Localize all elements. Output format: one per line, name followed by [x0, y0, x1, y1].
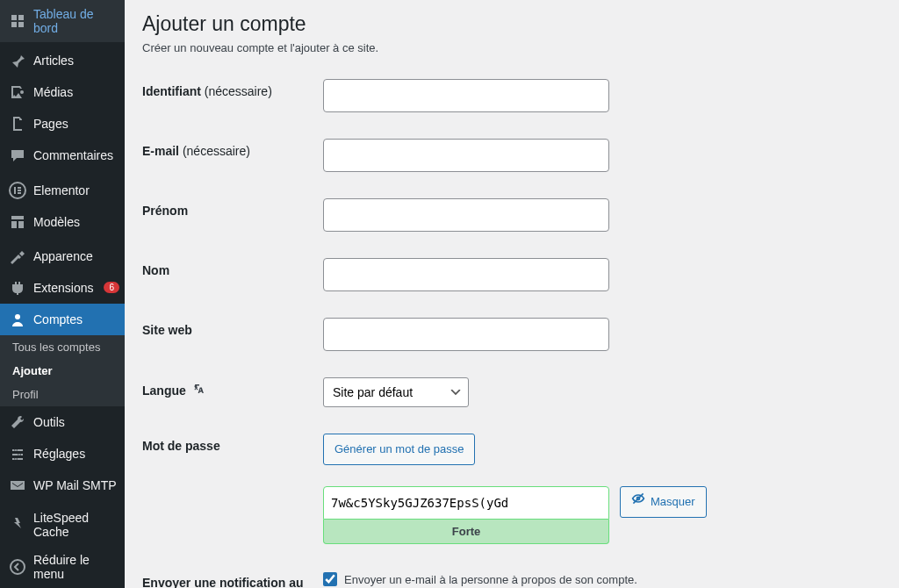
sidebar-label: Pages — [33, 117, 68, 131]
cache-icon — [9, 516, 26, 534]
sidebar-label: LiteSpeed Cache — [33, 511, 118, 539]
sidebar-label: Commentaires — [33, 148, 113, 162]
email-label: E-mail (nécessaire) — [142, 139, 323, 158]
submenu-all-users[interactable]: Tous les comptes — [0, 335, 125, 359]
sidebar-label: Articles — [33, 54, 74, 68]
sidebar-item-posts[interactable]: Articles — [0, 45, 125, 76]
sidebar-label: Elementor — [33, 183, 90, 197]
generate-password-button[interactable]: Générer un mot de passe — [323, 434, 475, 465]
website-label: Site web — [142, 318, 323, 337]
svg-rect-3 — [18, 190, 21, 191]
elementor-icon — [9, 182, 26, 199]
sidebar-label: Extensions — [33, 281, 93, 295]
comment-icon — [9, 147, 26, 164]
main-content: Ajouter un compte Créer un nouveau compt… — [125, 0, 899, 588]
sidebar-item-elementor[interactable]: Elementor — [0, 175, 125, 206]
users-submenu: Tous les comptes Ajouter Profil — [0, 335, 125, 406]
password-label: Mot de passe — [142, 434, 323, 453]
sidebar-item-settings[interactable]: Réglages — [0, 438, 125, 470]
sidebar-item-collapse[interactable]: Réduire le menu — [0, 546, 125, 588]
notify-checkbox[interactable] — [323, 572, 337, 586]
password-input[interactable] — [323, 486, 609, 520]
language-label: Langue — [142, 377, 323, 398]
collapse-icon — [9, 558, 26, 576]
notify-checkbox-label: Envoyer un e-mail à la personne à propos… — [344, 573, 637, 586]
dashboard-icon — [9, 12, 26, 30]
language-select[interactable]: Site par défaut — [323, 377, 469, 407]
notify-label: Envoyer une notification au compte — [142, 570, 323, 588]
sidebar-item-litespeed[interactable]: LiteSpeed Cache — [0, 504, 125, 546]
svg-rect-4 — [18, 192, 21, 194]
username-input[interactable] — [323, 79, 609, 112]
lastname-input[interactable] — [323, 258, 609, 291]
tools-icon — [9, 413, 26, 431]
sidebar-item-templates[interactable]: Modèles — [0, 206, 125, 238]
sidebar-item-tools[interactable]: Outils — [0, 406, 125, 438]
translate-icon — [193, 383, 205, 398]
sidebar-label: Comptes — [33, 312, 83, 326]
page-title: Ajouter un compte — [142, 9, 881, 36]
appearance-icon — [9, 247, 26, 265]
media-icon — [9, 83, 26, 101]
settings-icon — [9, 445, 26, 463]
sidebar-label: Tableau de bord — [33, 7, 118, 35]
website-input[interactable] — [323, 318, 609, 351]
submenu-add-user[interactable]: Ajouter — [0, 359, 125, 383]
firstname-input[interactable] — [323, 198, 609, 232]
page-subtitle: Créer un nouveau compte et l'ajouter à c… — [142, 41, 881, 54]
sidebar-item-media[interactable]: Médias — [0, 76, 125, 108]
sidebar-label: Médias — [33, 85, 73, 99]
submenu-profile[interactable]: Profil — [0, 383, 125, 406]
page-icon — [9, 115, 26, 133]
sidebar-label: WP Mail SMTP — [33, 478, 117, 492]
sidebar-label: Réglages — [33, 447, 85, 461]
plugin-icon — [9, 279, 26, 297]
pin-icon — [9, 52, 26, 69]
sidebar-item-dashboard[interactable]: Tableau de bord — [0, 0, 125, 42]
admin-sidebar: Tableau de bord Articles Médias Pages Co… — [0, 0, 125, 588]
email-input[interactable] — [323, 139, 609, 172]
hide-password-button[interactable]: Masquer — [620, 486, 707, 518]
sidebar-label: Apparence — [33, 249, 93, 263]
user-icon — [9, 311, 26, 328]
password-strength-meter: Forte — [323, 520, 609, 544]
lastname-label: Nom — [142, 258, 323, 277]
username-label: Identifiant (nécessaire) — [142, 79, 323, 98]
svg-point-5 — [15, 314, 20, 319]
notify-checkbox-wrap[interactable]: Envoyer un e-mail à la personne à propos… — [323, 570, 881, 586]
sidebar-item-users[interactable]: Comptes — [0, 304, 125, 335]
sidebar-item-comments[interactable]: Commentaires — [0, 140, 125, 171]
sidebar-item-appearance[interactable]: Apparence — [0, 240, 125, 272]
sidebar-label: Outils — [33, 415, 65, 429]
sidebar-label: Réduire le menu — [33, 553, 118, 581]
sidebar-label: Modèles — [33, 215, 80, 229]
sidebar-item-plugins[interactable]: Extensions 6 — [0, 272, 125, 304]
svg-point-6 — [11, 560, 25, 574]
svg-rect-1 — [14, 187, 16, 194]
sidebar-item-wpmailsmtp[interactable]: WP Mail SMTP — [0, 470, 125, 501]
sidebar-item-pages[interactable]: Pages — [0, 108, 125, 140]
update-badge: 6 — [104, 282, 119, 293]
svg-rect-2 — [18, 187, 21, 189]
eye-slash-icon — [631, 491, 645, 513]
firstname-label: Prénom — [142, 198, 323, 218]
mail-icon — [9, 477, 26, 494]
templates-icon — [9, 213, 26, 231]
